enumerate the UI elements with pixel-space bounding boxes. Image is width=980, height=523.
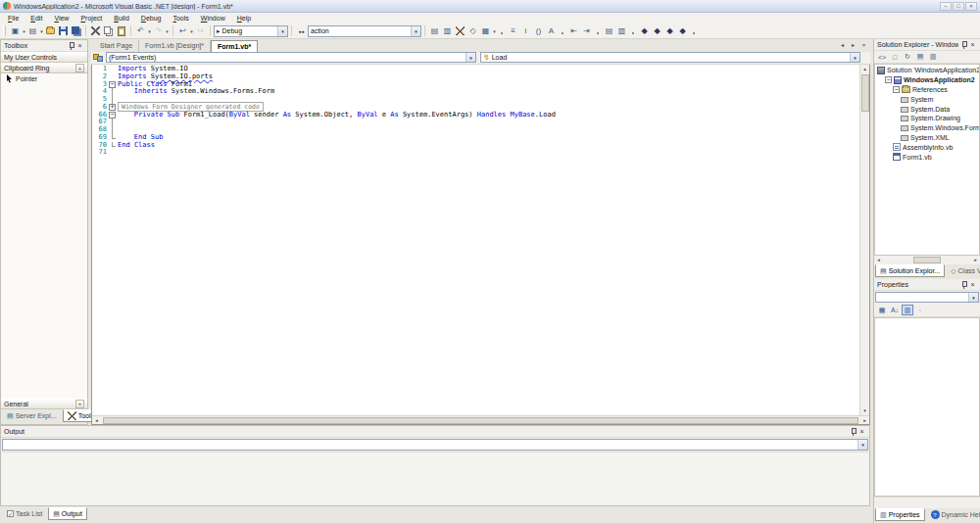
redo-icon[interactable]: ↷ bbox=[152, 24, 165, 37]
properties-page-icon[interactable]: ▥ bbox=[902, 305, 913, 315]
tree-item[interactable]: AssemblyInfo.vb bbox=[875, 142, 979, 152]
expand-icon[interactable]: + bbox=[109, 104, 116, 111]
tree-item[interactable]: System.Windows.Form bbox=[875, 123, 979, 133]
properties-grid[interactable] bbox=[874, 317, 980, 497]
scroll-down-icon[interactable]: ▾ bbox=[860, 406, 869, 415]
code-editor[interactable]: 1Imports System.IO2Imports System.IO.por… bbox=[91, 65, 870, 425]
scrollbar-thumb[interactable] bbox=[913, 257, 941, 263]
horizontal-scrollbar[interactable]: ◂ ▸ bbox=[874, 256, 980, 264]
save-icon[interactable] bbox=[57, 24, 70, 37]
output-content[interactable] bbox=[2, 452, 868, 504]
next-bookmark-icon[interactable]: ◆ bbox=[651, 24, 663, 37]
tree-item[interactable]: Form1.vb bbox=[875, 152, 979, 162]
tree-item[interactable]: −WindowsApplication2 bbox=[875, 75, 979, 85]
close-document-icon[interactable]: × bbox=[859, 41, 868, 50]
view-designer-icon[interactable]: □ bbox=[889, 52, 901, 63]
find-icon[interactable] bbox=[295, 24, 308, 37]
toolbox-item-pointer[interactable]: Pointer bbox=[1, 73, 87, 84]
properties-object-dropdown[interactable]: ▾ bbox=[875, 292, 979, 303]
clear-bookmarks-icon[interactable]: ◆ bbox=[676, 24, 689, 37]
scroll-right-icon[interactable]: ▸ bbox=[971, 256, 980, 264]
chevron-down-icon[interactable]: ▾ bbox=[411, 26, 420, 36]
menu-item-edit[interactable]: Edit bbox=[24, 13, 48, 24]
copy-icon[interactable] bbox=[102, 24, 115, 37]
scroll-down-icon[interactable]: ▾ bbox=[75, 400, 84, 408]
horizontal-scrollbar[interactable]: ◂ ▸ bbox=[92, 415, 869, 424]
toolbox-group-general[interactable]: General ▾ bbox=[1, 399, 87, 409]
dropdown-arrow-icon[interactable]: ▾ bbox=[492, 28, 497, 34]
close-icon[interactable]: × bbox=[968, 280, 977, 289]
collapse-icon[interactable]: − bbox=[109, 112, 116, 119]
scroll-up-icon[interactable]: ▴ bbox=[860, 65, 869, 73]
decrease-indent-icon[interactable]: ⇤ bbox=[567, 24, 580, 37]
undo-icon[interactable]: ↶ bbox=[134, 24, 147, 37]
navigate-forward-icon[interactable]: ↪ bbox=[194, 24, 207, 37]
close-icon[interactable]: × bbox=[75, 41, 84, 50]
properties-window-icon[interactable]: ▥ bbox=[441, 24, 454, 37]
tree-item[interactable]: System bbox=[875, 94, 979, 104]
property-pages-icon[interactable]: ▫ bbox=[914, 305, 926, 315]
toggle-bookmark-icon[interactable]: ◆ bbox=[638, 24, 651, 37]
menu-item-view[interactable]: View bbox=[48, 13, 74, 24]
menu-item-window[interactable]: Window bbox=[195, 13, 231, 24]
toolbox-group-clipboard-ring[interactable]: Clipboard Ring ▴ bbox=[1, 63, 87, 73]
toolbox-window-icon[interactable] bbox=[454, 24, 466, 37]
scroll-right-icon[interactable]: ▸ bbox=[860, 416, 869, 425]
event-dropdown[interactable]: ↯ Load ▾ bbox=[480, 52, 860, 63]
menu-item-help[interactable]: Help bbox=[231, 13, 257, 24]
dropdown-arrow-icon[interactable]: ▾ bbox=[165, 28, 170, 34]
navigate-backward-icon[interactable]: ↩ bbox=[176, 24, 189, 37]
collapse-icon[interactable]: − bbox=[885, 76, 892, 83]
comment-icon[interactable]: ▤ bbox=[603, 24, 615, 37]
tab-dynamic-help[interactable]: Dynamic Help bbox=[926, 508, 980, 521]
toolbox-group-my-user-controls[interactable]: My User Controls bbox=[1, 52, 87, 63]
menu-item-build[interactable]: Build bbox=[108, 13, 135, 24]
tree-item[interactable]: Solution 'WindowsApplication2' ( bbox=[875, 66, 979, 75]
tab-output[interactable]: ▤ Output bbox=[48, 507, 87, 520]
tab-properties[interactable]: ▥ Properties bbox=[875, 508, 925, 521]
parameter-info-icon[interactable]: () bbox=[532, 24, 545, 37]
tree-item[interactable]: System.Drawing bbox=[875, 114, 979, 123]
tab-class-view[interactable]: ◇ Class View bbox=[946, 264, 980, 277]
scroll-left-icon[interactable]: ◂ bbox=[92, 416, 101, 425]
paste-icon[interactable] bbox=[115, 24, 127, 37]
tab-start-page[interactable]: Start Page bbox=[94, 40, 139, 52]
tree-item[interactable]: System.Data bbox=[875, 104, 979, 114]
show-all-files-icon[interactable]: ▤ bbox=[914, 52, 926, 63]
view-code-icon[interactable]: <> bbox=[876, 52, 888, 63]
pin-icon[interactable] bbox=[959, 280, 968, 289]
collapse-icon[interactable]: − bbox=[109, 81, 116, 88]
maximize-button[interactable]: □ bbox=[953, 2, 964, 11]
tab-form1-code[interactable]: Form1.vb* bbox=[211, 40, 258, 52]
scroll-up-icon[interactable]: ▴ bbox=[75, 64, 84, 72]
fold-margin[interactable]: − bbox=[109, 112, 118, 119]
pin-icon[interactable] bbox=[959, 40, 968, 49]
menu-item-project[interactable]: Project bbox=[74, 13, 108, 24]
class-view-icon[interactable]: ◇ bbox=[466, 24, 479, 37]
chevron-down-icon[interactable]: ▾ bbox=[850, 53, 859, 62]
word-completion-icon[interactable]: A bbox=[545, 24, 558, 37]
solution-explorer-icon[interactable]: ▤ bbox=[428, 24, 441, 37]
tree-item[interactable]: −References bbox=[875, 85, 979, 95]
tab-server-explorer[interactable]: ▤ Server Expl... bbox=[2, 409, 62, 422]
menu-item-debug[interactable]: Debug bbox=[135, 13, 168, 24]
object-browser-icon[interactable]: ▦ bbox=[479, 24, 492, 37]
output-source-dropdown[interactable]: ▾ bbox=[2, 439, 868, 451]
refresh-icon[interactable]: ↻ bbox=[902, 52, 913, 63]
vertical-scrollbar[interactable]: ▴ ▾ bbox=[859, 65, 869, 415]
pin-icon[interactable] bbox=[67, 41, 75, 50]
scrollbar-thumb[interactable] bbox=[103, 417, 858, 424]
alphabetical-icon[interactable]: A↓ bbox=[889, 305, 901, 315]
close-button[interactable]: × bbox=[965, 2, 977, 11]
scroll-left-icon[interactable]: ◂ bbox=[874, 256, 883, 264]
minimize-button[interactable]: – bbox=[940, 2, 952, 11]
pin-icon[interactable] bbox=[849, 427, 858, 436]
scrollbar-thumb[interactable] bbox=[861, 74, 869, 112]
new-project-icon[interactable]: ▣ bbox=[9, 24, 22, 37]
properties-icon[interactable]: ▥ bbox=[927, 52, 939, 63]
save-all-icon[interactable] bbox=[70, 24, 82, 37]
fold-margin[interactable]: − bbox=[109, 81, 118, 89]
chevron-down-icon[interactable]: ▾ bbox=[466, 53, 475, 62]
search-combo[interactable]: action▾ bbox=[308, 25, 421, 37]
object-dropdown[interactable]: (Form1 Events) ▾ bbox=[106, 52, 476, 63]
